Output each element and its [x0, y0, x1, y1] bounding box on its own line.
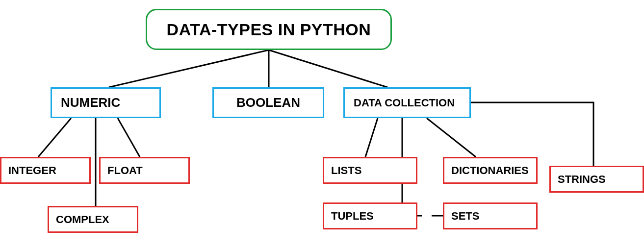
node-numeric: NUMERIC: [51, 87, 161, 118]
node-lists: LISTS: [323, 157, 417, 184]
complex-label: COMPLEX: [56, 213, 109, 226]
float-label: FLOAT: [107, 164, 143, 177]
lists-label: LISTS: [331, 164, 361, 177]
collection-label: DATA COLLECTION: [354, 97, 455, 109]
svg-line-5: [118, 118, 140, 157]
integer-label: INTEGER: [8, 164, 56, 177]
node-strings: STRINGS: [549, 166, 644, 193]
svg-line-0: [109, 50, 269, 87]
root-label: DATA-TYPES IN PYTHON: [167, 20, 371, 39]
svg-line-6: [365, 118, 378, 157]
strings-label: STRINGS: [558, 173, 606, 186]
tuples-label: TUPLES: [331, 210, 374, 223]
node-dictionaries: DICTIONARIES: [443, 157, 538, 184]
boolean-label: BOOLEAN: [236, 95, 300, 110]
node-tuples: TUPLES: [323, 202, 417, 229]
svg-line-2: [269, 50, 387, 87]
node-sets: SETS: [443, 202, 538, 229]
node-complex: COMPLEX: [48, 206, 138, 233]
svg-line-7: [427, 118, 476, 157]
node-integer: INTEGER: [0, 157, 91, 184]
svg-line-3: [38, 118, 71, 157]
root-node: DATA-TYPES IN PYTHON: [146, 9, 392, 50]
node-float: FLOAT: [99, 157, 190, 184]
node-data-collection: DATA COLLECTION: [343, 87, 471, 118]
dictionaries-label: DICTIONARIES: [451, 164, 529, 177]
numeric-label: NUMERIC: [61, 95, 120, 110]
sets-label: SETS: [451, 210, 479, 223]
node-boolean: BOOLEAN: [212, 87, 324, 118]
